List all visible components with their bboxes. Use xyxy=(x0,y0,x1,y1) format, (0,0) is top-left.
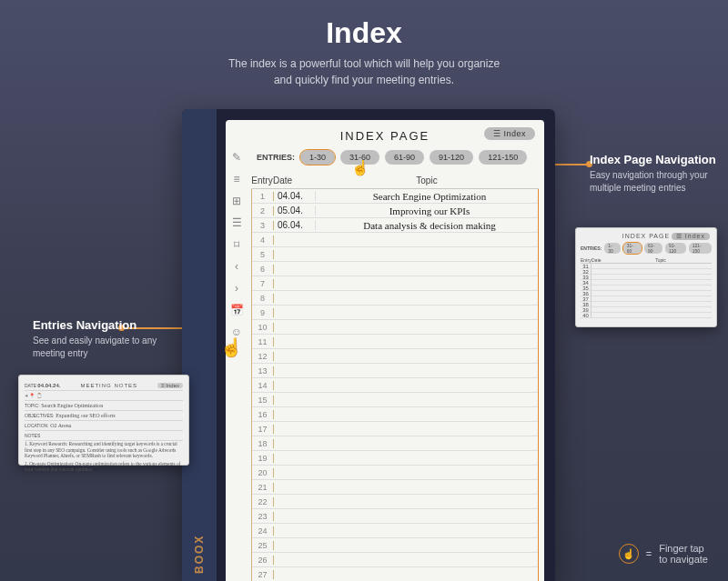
entries-navigation-row: ENTRIES: 1-30 31-60☝ 61-90 91-120 121-15… xyxy=(251,150,539,165)
row-date: 05.04. xyxy=(274,205,316,215)
callout-title: Index Page Navigation xyxy=(590,153,717,166)
tap-icon xyxy=(220,336,243,358)
col-header-topic: Topic xyxy=(315,175,539,185)
finger-tap-legend: ☝ = Finger tapto navigate xyxy=(619,543,708,565)
table-row[interactable]: 10 xyxy=(252,320,538,335)
tool-icon[interactable]: ≡ xyxy=(229,173,244,187)
table-row[interactable]: 306.04.Data analysis & decision making xyxy=(252,218,538,233)
legend-equals: = xyxy=(646,548,652,559)
table-row[interactable]: 26 xyxy=(252,553,538,567)
row-number: 11 xyxy=(252,337,274,346)
row-number: 23 xyxy=(252,512,274,521)
table-row[interactable]: 23 xyxy=(252,509,538,524)
row-topic: Improving our KPIs xyxy=(316,205,538,216)
col-header-date: Date xyxy=(273,175,315,185)
table-row[interactable]: 15 xyxy=(252,393,538,407)
tool-icon[interactable]: ✎ xyxy=(229,151,244,165)
row-number: 1 xyxy=(252,192,274,201)
row-number: 20 xyxy=(252,468,274,477)
table-row[interactable]: 13 xyxy=(252,364,538,378)
row-number: 4 xyxy=(252,235,274,245)
row-number: 22 xyxy=(252,497,274,506)
row-number: 14 xyxy=(252,381,274,390)
row-number: 26 xyxy=(252,556,274,565)
chevron-right-icon[interactable]: › xyxy=(229,282,244,296)
meeting-notes-thumbnail: DATE 04.04.24. MEETING NOTES ≡ Index ☀ 📍… xyxy=(18,375,189,466)
row-number: 5 xyxy=(252,250,274,259)
table-row[interactable]: 25 xyxy=(252,538,538,553)
entries-label: ENTRIES: xyxy=(257,153,295,162)
table-row[interactable]: 12 xyxy=(252,349,538,364)
tool-icon[interactable]: ⌑ xyxy=(229,238,244,253)
range-pill[interactable]: 121-150 xyxy=(479,150,527,165)
screen-index-header: INDEX PAGE ☰ Index xyxy=(231,129,539,143)
callout-desc: See and easily navigate to any meeting e… xyxy=(33,335,174,360)
row-number: 6 xyxy=(252,265,274,274)
row-number: 27 xyxy=(252,570,274,579)
finger-tap-icon: ☝ xyxy=(619,544,639,564)
index-page-thumbnail: INDEX PAGE☰ Index ENTRIES: 1-3031-6061-9… xyxy=(575,227,717,327)
row-number: 24 xyxy=(252,526,274,536)
row-date: 06.04. xyxy=(274,220,316,230)
table-row[interactable]: 14 xyxy=(252,378,538,393)
table-row[interactable]: 205.04.Improving our KPIs xyxy=(252,204,538,218)
table-row[interactable]: 9 xyxy=(252,306,538,320)
range-pill[interactable]: 31-60☝ xyxy=(340,150,379,165)
row-number: 16 xyxy=(252,410,274,419)
table-row[interactable]: 27 xyxy=(252,567,538,581)
table-row[interactable]: 5 xyxy=(252,247,538,262)
row-number: 8 xyxy=(252,294,274,303)
vertical-toolbar: ✎ ≡ ⊞ ☰ ⌑ ‹ › 📅 ☺ xyxy=(228,151,246,340)
row-number: 7 xyxy=(252,279,274,288)
row-number: 3 xyxy=(252,221,274,230)
row-number: 12 xyxy=(252,352,274,361)
range-pill[interactable]: 61-90 xyxy=(385,150,424,165)
device-spine xyxy=(182,109,217,581)
page-title: Index xyxy=(0,16,728,50)
table-row[interactable]: 22 xyxy=(252,495,538,509)
row-number: 2 xyxy=(252,206,274,215)
table-body: 104.04.Search Engine Optimization205.04.… xyxy=(251,189,539,581)
device-brand: BOOX xyxy=(193,539,206,574)
row-number: 18 xyxy=(252,439,274,448)
chevron-left-icon[interactable]: ‹ xyxy=(229,260,244,275)
tool-icon[interactable]: 📅 xyxy=(229,304,244,318)
row-number: 21 xyxy=(252,483,274,492)
table-row[interactable]: 21 xyxy=(252,480,538,495)
device-screen: ✎ ≡ ⊞ ☰ ⌑ ‹ › 📅 ☺ INDEX PAGE ☰ Index ENT… xyxy=(226,120,544,581)
row-number: 17 xyxy=(252,425,274,434)
range-pill[interactable]: 91-120 xyxy=(430,150,473,165)
callout-entries-navigation: Entries Navigation See and easily naviga… xyxy=(33,318,174,360)
row-number: 9 xyxy=(252,308,274,317)
table-row[interactable]: 8 xyxy=(252,291,538,306)
tool-icon[interactable]: ☰ xyxy=(229,216,244,231)
index-button[interactable]: ☰ Index xyxy=(484,127,535,140)
range-pill[interactable]: 1-30 xyxy=(300,150,335,165)
table-row[interactable]: 11 xyxy=(252,335,538,349)
page-subtitle: The index is a powerful tool which will … xyxy=(0,55,728,88)
callout-desc: Easy navigation through your multiple me… xyxy=(590,169,717,195)
callout-index-navigation: Index Page Navigation Easy navigation th… xyxy=(590,153,717,195)
table-row[interactable]: 4 xyxy=(252,233,538,247)
row-number: 19 xyxy=(252,454,274,463)
row-number: 13 xyxy=(252,366,274,376)
row-topic: Search Engine Optimization xyxy=(316,191,538,202)
table-row[interactable]: 7 xyxy=(252,276,538,291)
row-number: 15 xyxy=(252,396,274,405)
table-row[interactable]: 24 xyxy=(252,524,538,538)
table-head: Entry Date Topic xyxy=(251,175,539,189)
table-row[interactable]: 17 xyxy=(252,422,538,436)
table-row[interactable]: 19 xyxy=(252,451,538,466)
table-row[interactable]: 104.04.Search Engine Optimization xyxy=(252,189,538,204)
screen-title: INDEX PAGE xyxy=(340,129,430,143)
table-row[interactable]: 20 xyxy=(252,466,538,480)
table-row[interactable]: 6 xyxy=(252,262,538,276)
tool-icon[interactable]: ⊞ xyxy=(229,195,244,209)
table-row[interactable]: 16 xyxy=(252,407,538,422)
table-row[interactable]: 18 xyxy=(252,436,538,451)
callout-title: Entries Navigation xyxy=(33,318,174,332)
row-number: 25 xyxy=(252,541,274,550)
row-number: 10 xyxy=(252,323,274,332)
row-topic: Data analysis & decision making xyxy=(316,220,538,231)
col-header-entry: Entry xyxy=(251,175,273,185)
